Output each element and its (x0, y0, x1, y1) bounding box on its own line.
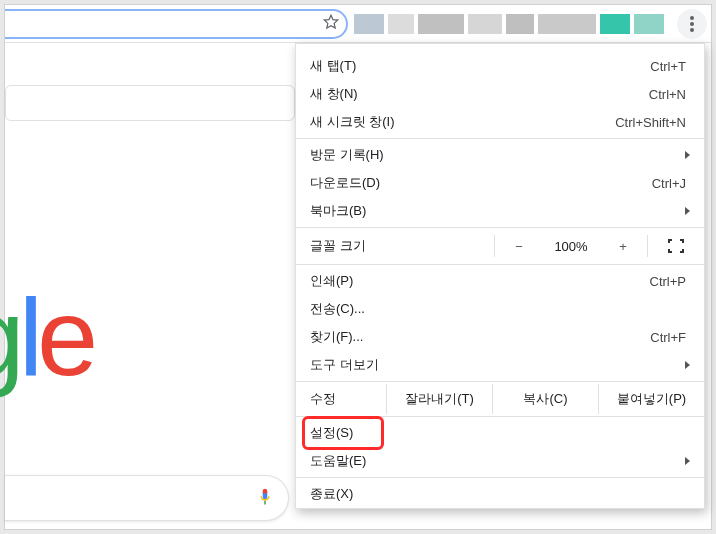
extension-icon[interactable] (468, 14, 502, 34)
menu-item-label: 다운로드(D) (310, 174, 652, 192)
menu-item-label: 종료(X) (310, 485, 690, 503)
menu-item-label: 방문 기록(H) (310, 146, 677, 164)
menu-item[interactable]: 북마크(B) (296, 197, 704, 225)
extension-icon[interactable] (538, 14, 596, 34)
edit-label: 수정 (296, 390, 386, 408)
menu-item-label: 전송(C)... (310, 300, 690, 318)
menu-item[interactable]: 찾기(F)...Ctrl+F (296, 323, 704, 351)
menu-item[interactable]: 도움말(E) (296, 447, 704, 475)
menu-item-shortcut: Ctrl+T (650, 59, 686, 74)
menu-item-label: 도구 더보기 (310, 356, 677, 374)
menu-item[interactable]: 새 창(N)Ctrl+N (296, 80, 704, 108)
menu-item[interactable]: 설정(S) (296, 419, 704, 447)
menu-item-shortcut: Ctrl+J (652, 176, 686, 191)
menu-item-label: 새 시크릿 창(I) (310, 113, 615, 131)
zoom-row: 글꼴 크기−100%+ (296, 230, 704, 262)
menu-item[interactable]: 새 시크릿 창(I)Ctrl+Shift+N (296, 108, 704, 136)
menu-item[interactable]: 도구 더보기 (296, 351, 704, 379)
extension-icon[interactable] (600, 14, 630, 34)
menu-item-label: 북마크(B) (310, 202, 677, 220)
browser-toolbar (5, 5, 711, 43)
menu-item[interactable]: 새 탭(T)Ctrl+T (296, 52, 704, 80)
menu-item-label: 도움말(E) (310, 452, 677, 470)
menu-item-label: 찾기(F)... (310, 328, 650, 346)
menu-item[interactable]: 인쇄(P)Ctrl+P (296, 267, 704, 295)
google-search-box[interactable] (5, 475, 289, 521)
cut-button[interactable]: 잘라내기(T) (386, 384, 492, 414)
chrome-main-menu: 새 탭(T)Ctrl+T새 창(N)Ctrl+N새 시크릿 창(I)Ctrl+S… (295, 43, 705, 509)
extension-icon[interactable] (418, 14, 464, 34)
copy-button[interactable]: 복사(C) (492, 384, 598, 414)
extension-icon[interactable] (388, 14, 414, 34)
svg-rect-3 (264, 500, 266, 504)
menu-item-shortcut: Ctrl+F (650, 330, 686, 345)
menu-item[interactable]: 다운로드(D)Ctrl+J (296, 169, 704, 197)
chevron-right-icon (685, 361, 690, 369)
menu-item-shortcut: Ctrl+N (649, 87, 686, 102)
menu-item-label: 인쇄(P) (310, 272, 650, 290)
voice-search-icon[interactable] (256, 486, 274, 511)
svg-point-1 (690, 22, 694, 26)
address-bar[interactable] (5, 9, 348, 39)
menu-item-label: 새 탭(T) (310, 57, 650, 75)
menu-item[interactable]: 방문 기록(H) (296, 141, 704, 169)
menu-item-label: 새 창(N) (310, 85, 649, 103)
zoom-label: 글꼴 크기 (310, 237, 494, 255)
chrome-menu-button[interactable] (677, 9, 707, 39)
menu-item[interactable]: 종료(X) (296, 480, 704, 508)
edit-row: 수정잘라내기(T)복사(C)붙여넣기(P) (296, 384, 704, 414)
extensions-strip (348, 14, 677, 34)
zoom-value: 100% (543, 239, 599, 254)
zoom-in-button[interactable]: + (599, 239, 647, 254)
svg-point-2 (690, 28, 694, 32)
chevron-right-icon (685, 151, 690, 159)
sub-toolbar (5, 85, 295, 121)
menu-item-label: 설정(S) (310, 424, 690, 442)
menu-item[interactable]: 전송(C)... (296, 295, 704, 323)
extension-icon[interactable] (506, 14, 534, 34)
paste-button[interactable]: 붙여넣기(P) (598, 384, 704, 414)
chevron-right-icon (685, 457, 690, 465)
menu-item-shortcut: Ctrl+P (650, 274, 686, 289)
extension-icon[interactable] (634, 14, 664, 34)
zoom-out-button[interactable]: − (495, 239, 543, 254)
chevron-right-icon (685, 207, 690, 215)
fullscreen-button[interactable] (648, 239, 704, 253)
svg-point-0 (690, 16, 694, 20)
google-logo: jgle (5, 273, 92, 400)
menu-item-shortcut: Ctrl+Shift+N (615, 115, 686, 130)
extension-icon[interactable] (354, 14, 384, 34)
bookmark-star-icon[interactable] (322, 13, 340, 34)
